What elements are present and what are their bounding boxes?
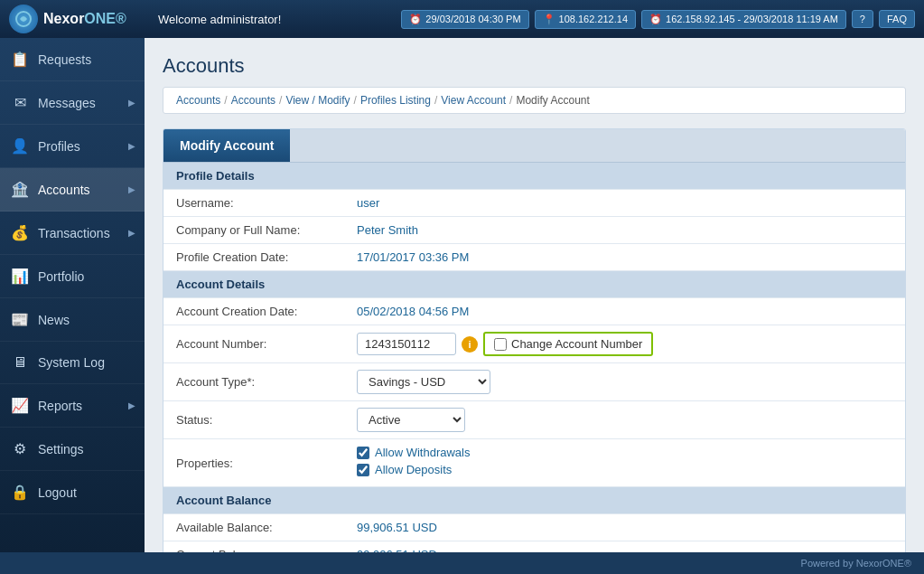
sidebar: 📋 Requests ✉ Messages ▶ 👤 Profiles ▶ 🏦 A… bbox=[0, 38, 145, 552]
content-area: Accounts Accounts/Accounts/View / Modify… bbox=[145, 38, 924, 552]
sidebar-item-label: Accounts bbox=[38, 183, 90, 197]
info-icon[interactable]: i bbox=[462, 336, 478, 353]
sidebar-icon: 🏦 bbox=[11, 181, 29, 198]
sidebar-icon: 👤 bbox=[11, 137, 29, 155]
sidebar-icon: 📋 bbox=[11, 51, 29, 68]
sidebar-icon: ⚙ bbox=[11, 440, 29, 457]
logo-text: NexorONE® bbox=[43, 11, 126, 27]
sidebar-icon: 🖥 bbox=[11, 354, 29, 371]
sidebar-icon: ✉ bbox=[11, 94, 29, 111]
account-type-select[interactable]: Savings - USD Checking - USD Savings - E… bbox=[357, 370, 490, 394]
main-layout: 📋 Requests ✉ Messages ▶ 👤 Profiles ▶ 🏦 A… bbox=[0, 38, 924, 552]
profile-section-header: Profile Details bbox=[163, 163, 905, 190]
breadcrumb-link-4[interactable]: View Account bbox=[441, 94, 506, 107]
card-header: Modify Account bbox=[163, 129, 290, 162]
breadcrumb: Accounts/Accounts/View / Modify/Profiles… bbox=[163, 87, 906, 114]
breadcrumb-separator: / bbox=[509, 94, 512, 107]
change-account-checkbox[interactable] bbox=[494, 338, 507, 351]
breadcrumb-separator: / bbox=[434, 94, 437, 107]
chevron-right-icon: ▶ bbox=[128, 400, 135, 410]
breadcrumb-link-2[interactable]: View / Modify bbox=[285, 94, 350, 107]
company-row: Company or Full Name: Peter Smith bbox=[163, 217, 905, 244]
sidebar-icon: 💰 bbox=[11, 224, 29, 241]
sidebar-icon: 📈 bbox=[11, 397, 29, 414]
status-select[interactable]: Active Inactive Suspended bbox=[357, 408, 465, 432]
chevron-right-icon: ▶ bbox=[128, 228, 135, 238]
sidebar-item-label: Messages bbox=[38, 96, 96, 110]
sidebar-item-requests[interactable]: 📋 Requests bbox=[0, 38, 145, 81]
sidebar-item-label: Logout bbox=[38, 485, 77, 500]
card-header-wrap: Modify Account bbox=[163, 129, 905, 163]
sidebar-item-label: Transactions bbox=[38, 226, 110, 240]
sidebar-item-label: Profiles bbox=[38, 139, 80, 154]
sidebar-item-settings[interactable]: ⚙ Settings bbox=[0, 428, 145, 471]
sidebar-item-label: News bbox=[38, 313, 70, 327]
breadcrumb-link-3[interactable]: Profiles Listing bbox=[360, 94, 431, 107]
header-welcome: Welcome administrator! bbox=[158, 13, 392, 26]
header-ip2-datetime: ⏰ 162.158.92.145 - 29/03/2018 11:19 AM bbox=[641, 10, 846, 29]
sidebar-item-label: Portfolio bbox=[38, 269, 84, 284]
breadcrumb-separator: / bbox=[279, 94, 282, 107]
sidebar-item-portfolio[interactable]: 📊 Portfolio bbox=[0, 255, 145, 298]
breadcrumb-current: Modify Account bbox=[516, 94, 589, 107]
form-table: Profile Details Username: user Company o… bbox=[163, 163, 905, 552]
header-info: ⏰ 29/03/2018 04:30 PM 📍 108.162.212.14 ⏰… bbox=[401, 10, 915, 29]
sidebar-item-transactions[interactable]: 💰 Transactions ▶ bbox=[0, 212, 145, 255]
logo-icon bbox=[9, 5, 38, 33]
footer: Powered by NexorONE® bbox=[0, 552, 924, 574]
username-row: Username: user bbox=[163, 190, 905, 217]
allow-withdrawals-checkbox[interactable] bbox=[357, 447, 369, 459]
sidebar-item-news[interactable]: 📰 News bbox=[0, 298, 145, 342]
sidebar-icon: 📰 bbox=[11, 311, 29, 328]
page-title: Accounts bbox=[163, 54, 906, 78]
change-account-label[interactable]: Change Account Number bbox=[483, 332, 653, 356]
account-number-row: Account Number: i Change Account Number bbox=[163, 325, 905, 363]
header-datetime: ⏰ 29/03/2018 04:30 PM bbox=[401, 10, 528, 29]
sidebar-item-accounts[interactable]: 🏦 Accounts ▶ bbox=[0, 168, 145, 212]
sidebar-item-system-log[interactable]: 🖥 System Log bbox=[0, 342, 145, 384]
sidebar-item-profiles[interactable]: 👤 Profiles ▶ bbox=[0, 125, 145, 168]
allow-withdrawals-row: Allow Withdrawals bbox=[357, 446, 892, 459]
chevron-right-icon: ▶ bbox=[128, 184, 135, 194]
account-number-input[interactable] bbox=[357, 333, 456, 355]
sidebar-item-reports[interactable]: 📈 Reports ▶ bbox=[0, 384, 145, 428]
modify-account-card: Modify Account Profile Details Username:… bbox=[163, 128, 906, 552]
profile-creation-row: Profile Creation Date: 17/01/2017 03:36 … bbox=[163, 244, 905, 271]
sidebar-icon: 🔒 bbox=[11, 484, 29, 501]
account-number-wrap: i Change Account Number bbox=[357, 332, 892, 356]
account-creation-row: Account Creation Date: 05/02/2018 04:56 … bbox=[163, 298, 905, 325]
balance-section-header: Account Balance bbox=[163, 487, 905, 514]
account-type-row: Account Type*: Savings - USD Checking - … bbox=[163, 363, 905, 401]
sidebar-item-label: Settings bbox=[38, 442, 84, 456]
account-section-header: Account Details bbox=[163, 271, 905, 298]
allow-deposits-checkbox[interactable] bbox=[357, 464, 369, 476]
current-balance-row: Current Balance: 99,906.51 USD bbox=[163, 541, 905, 553]
header: NexorONE® Welcome administrator! ⏰ 29/03… bbox=[0, 0, 924, 38]
chevron-right-icon: ▶ bbox=[128, 141, 135, 151]
sidebar-item-label: System Log bbox=[38, 355, 105, 370]
faq-button[interactable]: FAQ bbox=[879, 10, 915, 28]
sidebar-icon: 📊 bbox=[11, 268, 29, 285]
available-balance-row: Available Balance: 99,906.51 USD bbox=[163, 514, 905, 541]
sidebar-item-messages[interactable]: ✉ Messages ▶ bbox=[0, 81, 145, 125]
breadcrumb-separator: / bbox=[224, 94, 227, 107]
sidebar-item-logout[interactable]: 🔒 Logout bbox=[0, 471, 145, 514]
header-ip1: 📍 108.162.212.14 bbox=[535, 10, 636, 29]
breadcrumb-link-1[interactable]: Accounts bbox=[231, 94, 275, 107]
sidebar-item-label: Reports bbox=[38, 399, 82, 413]
logo-area: NexorONE® bbox=[9, 5, 149, 33]
allow-deposits-row: Allow Deposits bbox=[357, 463, 892, 476]
chevron-right-icon: ▶ bbox=[128, 98, 135, 108]
breadcrumb-separator: / bbox=[354, 94, 357, 107]
properties-row: Properties: Allow Withdrawals Allow Depo… bbox=[163, 439, 905, 487]
breadcrumb-link-0[interactable]: Accounts bbox=[176, 94, 220, 107]
status-row: Status: Active Inactive Suspended bbox=[163, 401, 905, 439]
help-button[interactable]: ? bbox=[852, 10, 873, 28]
sidebar-item-label: Requests bbox=[38, 52, 91, 67]
